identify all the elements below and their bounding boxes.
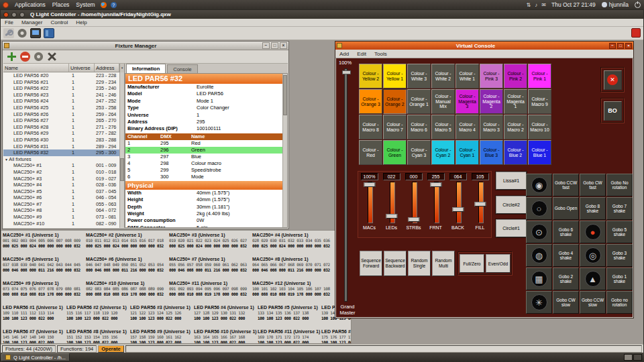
colour-scene-button[interactable]: Colour - Cyan 3 xyxy=(407,140,431,165)
panel-menu-item[interactable]: System xyxy=(72,1,98,8)
colour-scene-button[interactable]: Colour - Macro 4 xyxy=(455,115,479,139)
colour-scene-button[interactable]: Colour - Red xyxy=(359,140,382,165)
column-header-name[interactable]: Name xyxy=(3,64,69,72)
gobo-button[interactable]: ◎ xyxy=(580,244,606,267)
fixture-row[interactable]: All fixtures xyxy=(3,156,119,163)
window-close-button[interactable] xyxy=(3,12,9,17)
gobo-button[interactable]: Gobo No rotation xyxy=(606,174,633,196)
gobo-button[interactable]: Gobo 8 shake xyxy=(580,197,606,220)
scrollbar-thumb[interactable] xyxy=(120,158,124,181)
blackout-toggle-icon[interactable] xyxy=(631,28,641,38)
workspace-switcher[interactable] xyxy=(624,354,642,361)
fader-handle[interactable] xyxy=(430,182,441,187)
app-menu-item[interactable]: Help xyxy=(72,19,91,25)
fixture-row[interactable]: LED PAR56 #281271 - 276 xyxy=(3,124,119,131)
fixture-row[interactable]: LED PAR56 #261259 - 264 xyxy=(3,111,119,118)
gobo-button[interactable]: Gobo 3 shake xyxy=(606,244,633,267)
vc-close-button[interactable]: × xyxy=(625,43,632,49)
fixture-row[interactable]: MAC250+ #61046 - 054 xyxy=(3,194,119,201)
colour-scene-button[interactable]: Colour - Magenta 3 xyxy=(455,89,479,114)
colour-scene-button[interactable]: Colour - Cyan 2 xyxy=(431,140,455,165)
window-maximize-button[interactable] xyxy=(19,12,25,17)
gobo-button[interactable]: Gobo 1 shake xyxy=(606,267,633,290)
colour-scene-button[interactable]: Colour - Pink 2 xyxy=(504,64,527,88)
colour-scene-button[interactable]: Colour - Orange 1 xyxy=(407,89,431,114)
power-icon[interactable] xyxy=(635,2,641,8)
fixture-row[interactable]: LED PAR56 #291277 - 282 xyxy=(3,130,119,137)
colour-scene-button[interactable]: Colour - Macro 10 xyxy=(528,115,551,139)
tab-console[interactable]: Console xyxy=(167,64,198,73)
vc-menu-item[interactable]: Edit xyxy=(353,51,370,57)
scrollbar-thumb[interactable] xyxy=(283,75,287,115)
user-menu[interactable]: hjunnila xyxy=(602,1,629,8)
gobo-button[interactable]: Gobo 6 shake xyxy=(553,221,579,243)
gobo-button[interactable]: Gobo Open xyxy=(553,197,579,220)
sequence-button[interactable]: Sequence Forward xyxy=(360,251,382,276)
gobo-button[interactable]: ✳ xyxy=(526,291,552,314)
fixture-row[interactable]: MAC250+ #71055 - 063 xyxy=(3,201,119,208)
gobo-button[interactable]: ◍ xyxy=(526,244,552,267)
colour-scene-button[interactable]: Colour - Orange 3 xyxy=(359,89,382,114)
fullzero-button[interactable]: Even/Odd xyxy=(486,254,511,273)
colour-scene-button[interactable]: Colour - Yellow 1 xyxy=(383,64,407,88)
colour-scene-button[interactable]: Colour - White 1 xyxy=(455,64,479,88)
fader-track[interactable] xyxy=(474,182,487,223)
gobo-button[interactable]: Gobo CW slow xyxy=(553,291,579,314)
colour-scene-button[interactable]: Colour - White 3 xyxy=(407,64,431,88)
colour-scene-button[interactable]: Colour - Magenta 2 xyxy=(480,89,503,114)
fader-track[interactable] xyxy=(385,182,398,223)
clock[interactable]: Thu Oct 27 21:49 xyxy=(551,1,596,8)
fader-handle[interactable] xyxy=(474,202,486,206)
gobo-button[interactable]: ● xyxy=(580,221,606,243)
delete-group-icon[interactable] xyxy=(47,52,57,62)
fixture-row[interactable]: LED PAR56 #221235 - 240 xyxy=(3,85,119,92)
gobo-button[interactable]: ⊙ xyxy=(526,221,552,243)
column-header-universe[interactable]: Universe xyxy=(69,64,95,72)
virtual-console-tool-icon[interactable] xyxy=(44,28,54,38)
gobo-button[interactable]: ▦ xyxy=(526,267,552,290)
fixture-row[interactable]: MAC250+ #51037 - 045 xyxy=(3,188,119,195)
colour-scene-button[interactable]: Colour - Macro 6 xyxy=(407,115,431,139)
network-icon[interactable]: ⇅ xyxy=(527,2,531,8)
fixture-row[interactable]: MAC250+ #81064 - 072 xyxy=(3,207,119,214)
fixture-row[interactable]: LED PAR56 #321295 - 300 xyxy=(3,149,119,156)
volume-icon[interactable]: ♪ xyxy=(535,2,537,8)
fader-track[interactable] xyxy=(407,182,421,223)
panel-menu-item[interactable]: Places xyxy=(49,1,73,8)
grand-master-handle[interactable] xyxy=(342,70,351,74)
sequence-button[interactable]: Random Multi xyxy=(432,251,455,276)
fixture-row[interactable]: LED PAR56 #211229 - 234 xyxy=(3,79,119,86)
fm-restore-button[interactable]: □ xyxy=(271,42,278,49)
taskbar-window-button[interactable]: Q Light Controller - /h... xyxy=(1,353,70,361)
colour-scene-button[interactable]: Colour - Green xyxy=(383,140,407,165)
column-sort-icon[interactable]: ▾ xyxy=(119,64,124,72)
colour-scene-button[interactable]: Colour - Macro 8 xyxy=(359,115,382,139)
fixture-manager-titlebar[interactable]: Fixture Manager − □ × xyxy=(3,42,288,50)
workspace-2[interactable] xyxy=(633,354,642,361)
gobo-button[interactable]: Gobo CCW fast xyxy=(553,174,579,196)
vc-menu-item[interactable]: Tools xyxy=(370,51,391,57)
gobo-button[interactable]: Gobo CW fast xyxy=(580,174,606,196)
mode-indicator[interactable]: Operate xyxy=(98,345,123,353)
help-launcher-icon[interactable]: ? xyxy=(111,2,117,8)
colour-scene-button[interactable]: Colour - Pink 1 xyxy=(528,64,551,88)
gobo-button[interactable]: Gobo 7 shake xyxy=(606,197,633,220)
colour-scene-button[interactable]: Colour - Blue 3 xyxy=(480,140,503,165)
fm-close-button[interactable]: × xyxy=(280,42,287,49)
fixture-row[interactable]: MAC250+ #31019 - 027 xyxy=(3,176,119,182)
add-fixture-icon[interactable] xyxy=(7,52,17,62)
fixture-row[interactable]: LED PAR56 #201223 - 228 xyxy=(3,72,119,79)
colour-scene-button[interactable]: Colour - Macro 2 xyxy=(504,115,527,139)
fixture-row[interactable]: LED PAR56 #241247 - 252 xyxy=(3,98,119,105)
colour-scene-button[interactable]: Colour - Macro 7 xyxy=(383,115,407,139)
gobo-button[interactable]: Gobo CCW slow xyxy=(580,291,606,314)
fixture-row[interactable]: MAC250+ #11001 - 009 xyxy=(3,162,119,169)
fixture-row[interactable]: LED PAR56 #231241 - 246 xyxy=(3,92,119,99)
colour-scene-button[interactable]: Colour - Macro 3 xyxy=(480,115,503,139)
panel-menu-item[interactable]: Applications xyxy=(11,1,49,8)
fixtures-tool-icon[interactable] xyxy=(3,28,14,38)
panic-button[interactable]: ✕ xyxy=(604,70,622,90)
fixture-row[interactable]: MAC250+ #101082 - 090 xyxy=(3,221,119,227)
blackout-button[interactable]: BO xyxy=(604,101,622,121)
app-menu-item[interactable]: File xyxy=(1,19,17,25)
